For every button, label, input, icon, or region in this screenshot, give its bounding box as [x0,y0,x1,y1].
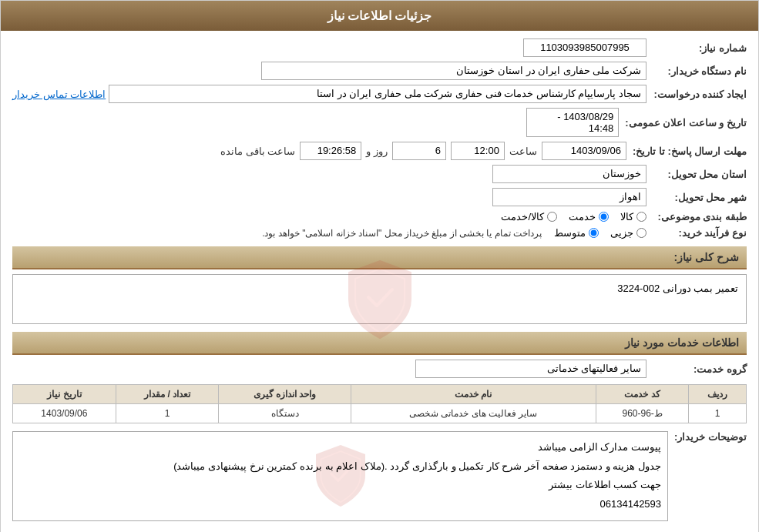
col-date: تاریخ نیاز [13,385,116,404]
city-label: شهر محل تحویل: [646,192,747,203]
note-line-2: جدول هزینه و دستمزد صفحه آخر شرح کار تکم… [19,457,661,477]
category-label: طبقه بندی موضوعی: [646,211,747,223]
radio-khedmat-label: خدمت [569,211,596,223]
col-name: نام خدمت [351,385,596,404]
province-value: خوزستان [492,165,646,183]
table-row: 1 ط-96-960 سایر فعالیت های خدماتی شخصی د… [13,404,747,423]
response-time: 12:00 [451,142,505,160]
category-row: طبقه بندی موضوعی: کالا خدمت کالا/خدمت [12,211,747,223]
row-unit: دستگاه [219,404,351,423]
row-number: 1 [689,404,747,423]
creator-value: سجاد پارسایپام کارشناس خدمات فنی حفاری ش… [109,85,646,103]
need-desc-area: تعمیر بمب دورانی 002-3224 [12,274,747,324]
service-group-row: گروه خدمت: سایر فعالیتهای خدماتی [12,360,747,378]
buyer-notes-section: توضیحات خریدار: پیوست مدارک الزامی میباش… [12,431,747,521]
category-kala-khedmat[interactable]: کالا/خدمت [501,211,557,223]
page-header: جزئیات اطلاعات نیاز [1,1,758,31]
service-group-value: سایر فعالیتهای خدماتی [415,360,646,378]
buyer-row: نام دستگاه خریدار: شرکت ملی حفاری ایران … [12,62,747,80]
page-title: جزئیات اطلاعات نیاز [327,9,432,22]
page-wrapper: جزئیات اطلاعات نیاز شماره نیاز: 11030939… [0,0,759,532]
process-note: پرداخت تمام یا بخشی از مبلغ خریداز محل "… [262,228,542,239]
response-date: 1403/09/06 [542,142,626,160]
col-code: کد خدمت [596,385,688,404]
radio-jozii[interactable] [636,228,646,238]
creator-label: ایجاد کننده درخواست: [646,89,747,100]
category-radios: کالا خدمت کالا/خدمت [501,211,646,223]
process-jozii[interactable]: جزیی [610,227,646,239]
table-header-row: ردیف کد خدمت نام خدمت واحد اندازه گیری ت… [13,385,747,404]
note-line-3: جهت کسب اطلاعات بیشتر [19,476,661,495]
response-days: 6 [392,142,446,160]
radio-kala[interactable] [636,212,646,222]
time-label: ساعت [509,146,537,157]
service-group-label: گروه خدمت: [646,363,747,375]
row-service-name: سایر فعالیت های خدماتی شخصی [351,404,596,423]
radio-khedmat[interactable] [599,212,609,222]
col-row: ردیف [689,385,747,404]
deadline-date-row: 1403/09/06 ساعت 12:00 6 روز و 19:26:58 س… [220,142,626,160]
city-row: شهر محل تحویل: اهواز [12,188,747,206]
province-row: استان محل تحویل: خوزستان [12,165,747,183]
radio-jozii-label: جزیی [610,227,633,239]
buyer-notes-label: توضیحات خریدار: [668,431,747,443]
need-number-row: شماره نیاز: 1103093985007995 [12,38,747,57]
note-line-1: پیوست مدارک الزامی میباشد [19,438,661,457]
radio-kala-label: کالا [620,211,633,223]
days-label: روز و [366,146,388,157]
services-table: ردیف کد خدمت نام خدمت واحد اندازه گیری ت… [12,384,747,423]
announce-row: تاریخ و ساعت اعلان عمومی: 1403/08/29 - 1… [12,108,747,137]
radio-kala-khedmat-label: کالا/خدمت [501,211,544,223]
table-body: 1 ط-96-960 سایر فعالیت های خدماتی شخصی د… [13,404,747,423]
buyer-label: نام دستگاه خریدار: [646,65,747,77]
creator-row: ایجاد کننده درخواست: سجاد پارسایپام کارش… [12,85,747,103]
remaining-label: ساعت باقی مانده [220,146,295,157]
category-kala[interactable]: کالا [620,211,646,223]
note-line-4: 06134142593 [19,495,661,514]
announce-value: 1403/08/29 - 14:48 [526,108,619,137]
buyer-notes-content: پیوست مدارک الزامی میباشد جدول هزینه و د… [12,431,668,521]
radio-motavasset-label: متوسط [554,227,586,239]
content-area: شماره نیاز: 1103093985007995 نام دستگاه … [1,31,758,532]
radio-motavasset[interactable] [589,228,599,238]
deadline-row: مهلت ارسال پاسخ: تا تاریخ: 1403/09/06 سا… [12,142,747,160]
table-header: ردیف کد خدمت نام خدمت واحد اندازه گیری ت… [13,385,747,404]
category-khedmat[interactable]: خدمت [569,211,609,223]
province-label: استان محل تحویل: [646,169,747,180]
need-desc-value: تعمیر بمب دورانی 002-3224 [18,279,741,297]
response-timer: 19:26:58 [300,142,361,160]
col-unit: واحد اندازه گیری [219,385,351,404]
deadline-label: مهلت ارسال پاسخ: تا تاریخ: [626,146,747,157]
need-number-label: شماره نیاز: [646,42,747,54]
process-row: نوع فرآیند خرید: جزیی متوسط پرداخت تمام … [12,227,747,239]
row-quantity: 1 [116,404,219,423]
city-value: اهواز [492,188,646,206]
watermark-shield-icon [341,257,418,342]
row-code: ط-96-960 [596,404,688,423]
buyer-notes-text: پیوست مدارک الزامی میباشد جدول هزینه و د… [19,438,661,514]
need-number-value: 1103093985007995 [523,38,646,57]
radio-kala-khedmat[interactable] [547,212,557,222]
process-label: نوع فرآیند خرید: [646,227,747,239]
creator-link[interactable]: اطلاعات تماس خریدار [12,89,106,100]
row-date: 1403/09/06 [13,404,116,423]
process-radios: جزیی متوسط [554,227,646,239]
process-motavasset[interactable]: متوسط [554,227,599,239]
col-quantity: تعداد / مقدار [116,385,219,404]
announce-label: تاریخ و ساعت اعلان عمومی: [619,117,747,129]
buyer-value: شرکت ملی حفاری ایران در استان خوزستان [261,62,646,80]
